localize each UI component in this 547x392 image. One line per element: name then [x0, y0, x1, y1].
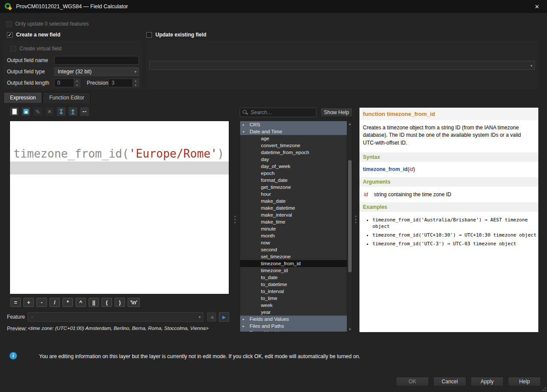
feature-select[interactable]: -: [28, 312, 203, 322]
operator-button[interactable]: ||: [89, 298, 99, 307]
chevron-right-icon[interactable]: ▸: [243, 317, 247, 321]
function-tree-group[interactable]: ▸Fuzzy Matching: [240, 329, 347, 332]
operator-button[interactable]: ): [115, 298, 125, 307]
function-tree-item[interactable]: to_datetime: [240, 281, 347, 288]
operator-button[interactable]: =: [10, 298, 21, 307]
function-tree-item[interactable]: now: [240, 239, 347, 246]
function-tree-item[interactable]: timezone_from_id: [240, 260, 347, 267]
function-tree-item[interactable]: second: [240, 246, 347, 253]
tree-scrollbar[interactable]: ▲ ▼: [347, 121, 352, 332]
spin-down-icon[interactable]: ▼: [74, 83, 80, 87]
function-tree-item[interactable]: format_date: [240, 177, 347, 184]
precision-label: Precision: [87, 80, 108, 86]
function-tree-item[interactable]: to_interval: [240, 288, 347, 295]
ok-button[interactable]: OK: [396, 377, 429, 386]
spin-up-icon[interactable]: ▲: [74, 79, 80, 83]
update-existing-field-label: Update existing field: [155, 32, 206, 38]
feature-next-button[interactable]: ▶: [219, 312, 229, 322]
create-virtual-field-checkbox[interactable]: [10, 46, 16, 52]
tab-expression[interactable]: Expression: [3, 92, 42, 103]
output-field-length-stepper[interactable]: 0 ▲▼: [54, 79, 80, 87]
cancel-button[interactable]: Cancel: [433, 377, 466, 386]
search-input[interactable]: [250, 109, 313, 115]
operator-button[interactable]: ^: [76, 298, 86, 307]
splitter-handle[interactable]: [234, 213, 236, 226]
remove-saved-expression-icon: ✕: [47, 109, 51, 114]
spin-down-icon[interactable]: ▼: [132, 83, 138, 87]
chevron-right-icon[interactable]: ▸: [243, 331, 247, 333]
new-expression-icon[interactable]: [10, 107, 19, 116]
operator-button[interactable]: (: [102, 298, 112, 307]
function-tree-group[interactable]: ▸CRS: [240, 121, 347, 128]
function-tree-item[interactable]: make_time: [240, 218, 347, 225]
tree-item-label: make_datetime: [261, 205, 295, 211]
function-tree-item[interactable]: make_datetime: [240, 204, 347, 211]
function-tree-item[interactable]: epoch: [240, 170, 347, 177]
expression-editor[interactable]: timezone_from_id('Europe/Rome'): [10, 121, 229, 294]
function-tree-item[interactable]: datetime_from_epoch: [240, 149, 347, 156]
save-expression-icon[interactable]: [21, 107, 31, 116]
example-item: timezone_from_id('UTC-3') → UTC-03 timez…: [372, 241, 538, 247]
expression-toolbar: ✎✕↧↥--: [10, 107, 89, 116]
apply-button[interactable]: Apply: [471, 377, 504, 386]
function-tree-item[interactable]: year: [240, 309, 347, 316]
create-virtual-field-row[interactable]: Create virtual field: [10, 45, 62, 52]
show-help-button[interactable]: Show Help: [320, 108, 353, 117]
operator-button[interactable]: *: [63, 298, 73, 307]
function-tree-group[interactable]: ▸Fields and Values: [240, 316, 347, 323]
function-tree-item[interactable]: convert_timezone: [240, 142, 347, 149]
function-tree-item[interactable]: set_timezone: [240, 253, 347, 260]
chevron-right-icon[interactable]: ▸: [243, 123, 247, 127]
function-tree-item[interactable]: month: [240, 232, 347, 239]
scroll-up-icon[interactable]: ▲: [347, 121, 353, 126]
operator-button[interactable]: /: [49, 298, 60, 307]
function-tree-item[interactable]: make_date: [240, 198, 347, 204]
tree-item-label: epoch: [261, 171, 274, 176]
function-tree-item[interactable]: week: [240, 302, 347, 309]
tree-item-label: timezone_from_id: [261, 261, 300, 266]
function-tree-item[interactable]: day_of_week: [240, 163, 347, 170]
comment-button[interactable]: --: [80, 107, 89, 116]
function-tree-item[interactable]: hour: [240, 191, 347, 198]
existing-field-select[interactable]: [149, 61, 535, 70]
operator-button[interactable]: '\n': [128, 298, 140, 307]
update-existing-field-checkbox[interactable]: [146, 32, 152, 38]
function-tree-item[interactable]: age: [240, 135, 347, 142]
operator-button[interactable]: -: [36, 298, 47, 307]
import-expressions-icon[interactable]: ↧: [56, 107, 66, 116]
scroll-down-icon[interactable]: ▼: [347, 326, 353, 332]
precision-stepper[interactable]: 3 ▲▼: [109, 79, 139, 87]
function-tree-group[interactable]: ▾Date and Time: [240, 128, 347, 135]
function-tree-item[interactable]: make_interval: [240, 211, 347, 218]
only-update-checkbox[interactable]: [6, 21, 12, 27]
tree-item-label: now: [261, 240, 270, 245]
chevron-down-icon[interactable]: ▾: [243, 130, 247, 134]
function-tree-item[interactable]: to_time: [240, 295, 347, 302]
function-tree-item[interactable]: timezone_id: [240, 267, 347, 274]
function-tree-item[interactable]: minute: [240, 225, 347, 232]
only-update-row[interactable]: Only update 0 selected features: [6, 20, 89, 27]
chevron-right-icon[interactable]: ▸: [243, 324, 247, 328]
tab-function-editor[interactable]: Function Editor: [43, 92, 91, 103]
remove-saved-expression-icon[interactable]: ✕: [45, 107, 54, 116]
close-icon[interactable]: ✕: [527, 0, 547, 13]
operator-button[interactable]: +: [23, 298, 34, 307]
output-field-name-input[interactable]: [54, 56, 139, 65]
function-search[interactable]: [240, 108, 316, 117]
feature-prev-button[interactable]: ◀: [207, 312, 216, 322]
export-expressions-icon[interactable]: ↥: [68, 107, 78, 116]
scrollbar-thumb[interactable]: [348, 160, 352, 272]
function-tree-item[interactable]: day: [240, 156, 347, 163]
create-new-field-row[interactable]: Create a new field: [7, 31, 60, 38]
function-tree-item[interactable]: get_timezone: [240, 184, 347, 191]
output-field-type-select[interactable]: Integer (32 bit): [54, 67, 139, 76]
splitter-handle[interactable]: [355, 213, 357, 226]
edit-saved-expression-icon[interactable]: ✎: [33, 107, 43, 116]
resize-grip[interactable]: [540, 385, 546, 391]
function-tree-item[interactable]: to_date: [240, 274, 347, 281]
help-button[interactable]: Help: [508, 377, 541, 386]
spin-up-icon[interactable]: ▲: [132, 79, 138, 83]
create-new-field-checkbox[interactable]: [7, 32, 13, 38]
function-tree-group[interactable]: ▸Files and Paths: [240, 323, 347, 329]
update-existing-field-row[interactable]: Update existing field: [146, 31, 206, 38]
